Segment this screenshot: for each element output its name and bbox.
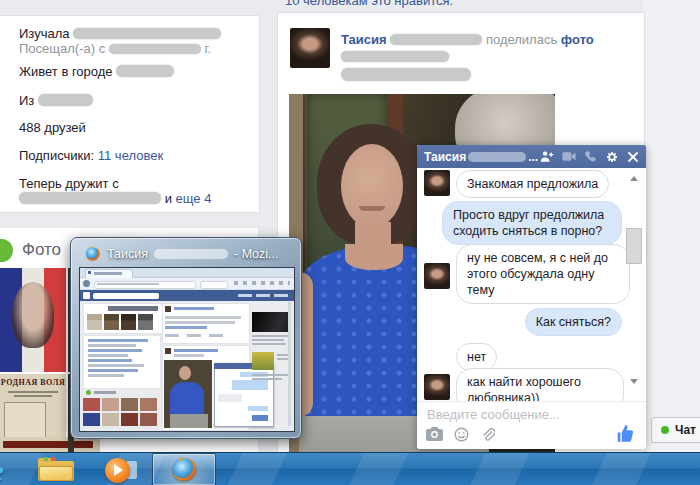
smiley-icon[interactable] bbox=[454, 427, 469, 442]
subscribers-row: Подписчики: 11 человек bbox=[19, 148, 249, 163]
chat-input-area bbox=[417, 401, 646, 449]
play-icon bbox=[114, 464, 123, 476]
chat-avatar[interactable] bbox=[424, 170, 450, 196]
photo-thumbnail-newspaper-2[interactable] bbox=[0, 437, 100, 452]
redaction-blur bbox=[109, 44, 201, 54]
more-friends-link[interactable]: еще 4 bbox=[176, 191, 212, 206]
phone-call-icon[interactable] bbox=[584, 150, 597, 163]
firefox-taskbar-button[interactable] bbox=[152, 453, 216, 485]
thumb-detail bbox=[252, 343, 286, 345]
post-header: Таисия поделилась фото bbox=[341, 31, 631, 84]
post-author-link[interactable]: Таисия bbox=[341, 32, 387, 47]
thumb-detail bbox=[288, 302, 291, 426]
thumb-detail bbox=[140, 413, 157, 426]
newspaper-title: РОДНАЯ ВОЛЯ bbox=[0, 378, 66, 387]
add-person-icon[interactable] bbox=[540, 150, 554, 163]
chat-avatar[interactable] bbox=[424, 263, 450, 289]
thumb-detail bbox=[121, 314, 136, 330]
thumb-detail bbox=[252, 339, 284, 341]
thumb-detail bbox=[174, 354, 204, 357]
thumb-detail bbox=[88, 271, 91, 274]
thumb-detail bbox=[121, 398, 138, 411]
thumb-detail bbox=[140, 398, 157, 411]
chat-window: Таисия ... Знакомая предложила Просто вд… bbox=[417, 145, 646, 449]
thumb-detail bbox=[248, 406, 268, 411]
thumb-detail bbox=[108, 306, 158, 311]
thumb-detail bbox=[174, 349, 218, 352]
thumb-detail bbox=[174, 307, 214, 310]
thumb-detail bbox=[200, 281, 228, 290]
folder-front bbox=[39, 466, 73, 481]
woman-chest bbox=[345, 244, 403, 270]
thumb-detail bbox=[256, 294, 270, 297]
preview-title-name: Таисия bbox=[107, 247, 148, 261]
scroll-down-arrow[interactable] bbox=[630, 379, 638, 384]
post-author-avatar[interactable] bbox=[290, 28, 330, 68]
photos-section-title: Фото bbox=[22, 240, 61, 260]
chat-header-icons bbox=[540, 150, 639, 164]
scroll-up-arrow[interactable] bbox=[630, 176, 638, 181]
thumb-detail bbox=[252, 352, 274, 370]
photos-section-icon bbox=[0, 239, 13, 262]
thumb-detail bbox=[94, 391, 116, 394]
redaction-blur bbox=[154, 249, 228, 259]
thumb-detail bbox=[165, 334, 225, 337]
thumb-detail bbox=[88, 359, 132, 362]
thumb-detail bbox=[94, 272, 122, 275]
thumb-detail bbox=[88, 344, 136, 347]
from-row: Из bbox=[19, 93, 249, 108]
from-label: Из bbox=[19, 93, 34, 108]
subscribers-link[interactable]: 11 человек bbox=[98, 148, 163, 163]
thumb-detail bbox=[121, 413, 138, 426]
message-input[interactable] bbox=[425, 406, 609, 423]
chat-message-right: Просто вдруг предолжила сходить сняться … bbox=[442, 201, 622, 245]
thumb-detail bbox=[170, 382, 204, 414]
redaction-blur bbox=[116, 65, 174, 77]
media-player-taskbar-icon[interactable] bbox=[105, 458, 137, 483]
thumb-detail bbox=[88, 369, 138, 372]
redaction-blur bbox=[73, 28, 221, 39]
thumb-detail bbox=[88, 339, 148, 342]
thumb-detail bbox=[165, 348, 171, 354]
photo-thumbnail-flag-portrait[interactable] bbox=[0, 268, 66, 372]
close-icon[interactable] bbox=[627, 151, 639, 163]
chat-sidebar-toggle[interactable]: Чат bbox=[651, 417, 700, 443]
preview-title: Таисия - Mozi... bbox=[84, 245, 278, 262]
newspaper-text-line bbox=[8, 391, 58, 393]
thumbs-up-icon[interactable] bbox=[616, 424, 636, 443]
video-call-icon[interactable] bbox=[562, 151, 576, 162]
gear-icon[interactable] bbox=[605, 150, 619, 164]
chat-header[interactable]: Таисия ... bbox=[417, 145, 646, 168]
chat-avatar[interactable] bbox=[424, 374, 450, 400]
thumb-detail bbox=[252, 312, 290, 332]
file-explorer-taskbar-icon[interactable] bbox=[38, 461, 74, 481]
likes-count-link[interactable]: 10 человекам это нравится. bbox=[285, 0, 453, 8]
redaction-blur bbox=[390, 34, 482, 45]
post-photo-link[interactable]: фото bbox=[561, 32, 594, 47]
scrollbar-thumb[interactable] bbox=[626, 228, 642, 264]
thumb-detail bbox=[234, 281, 290, 285]
internet-explorer-taskbar-icon[interactable]: e bbox=[0, 455, 4, 485]
camera-icon[interactable] bbox=[426, 427, 443, 441]
thumb-detail bbox=[165, 326, 207, 329]
thumb-detail bbox=[88, 349, 142, 352]
thumb-detail bbox=[86, 390, 91, 395]
chat-toggle-label: Чат bbox=[675, 423, 696, 437]
woman-face bbox=[341, 144, 403, 228]
desktop: 10 человекам это нравится. Изучала Посещ… bbox=[0, 0, 700, 485]
chat-message-right: Как сняться? bbox=[525, 308, 622, 336]
thumb-detail bbox=[252, 378, 282, 380]
thumb-detail bbox=[179, 366, 191, 380]
thumb-detail bbox=[277, 358, 288, 360]
firefox-preview-thumbnail[interactable] bbox=[79, 267, 295, 432]
online-status-dot bbox=[661, 426, 669, 434]
paperclip-icon[interactable] bbox=[480, 427, 495, 442]
thumb-detail bbox=[102, 398, 119, 411]
now-friends-row: Теперь дружит с и еще 4 bbox=[19, 176, 249, 206]
studied-row: Изучала bbox=[19, 26, 249, 41]
thumb-detail bbox=[165, 306, 171, 312]
redaction-blur bbox=[19, 192, 161, 204]
preview-title-suffix: - Mozi... bbox=[234, 247, 278, 261]
firefox-taskbar-preview[interactable]: Таисия - Mozi... bbox=[70, 237, 302, 439]
redaction-blur bbox=[468, 152, 526, 162]
